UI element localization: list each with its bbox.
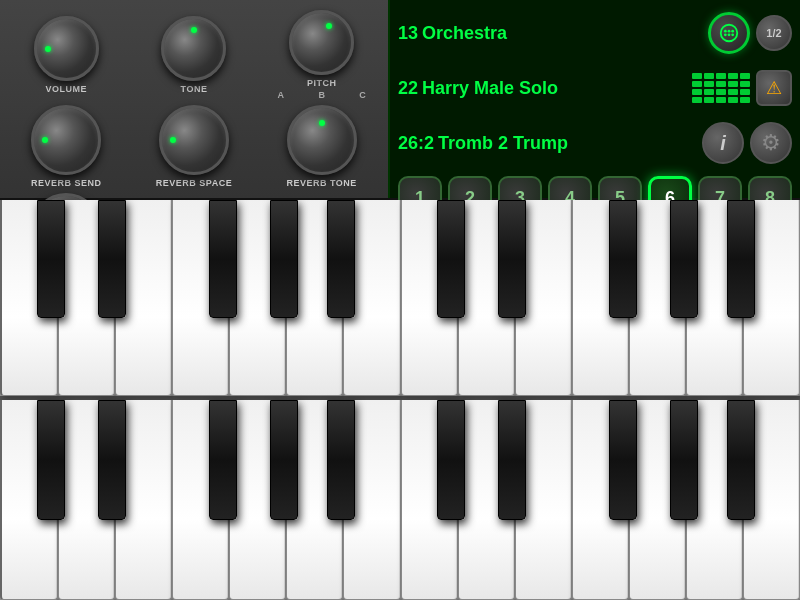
info-panel: 13Orchestra 1/2 bbox=[388, 0, 800, 198]
knob-container-reverb-send: REVERB SEND bbox=[5, 105, 128, 188]
knob-container-tone: TONE bbox=[133, 10, 256, 100]
reverb-space-label: REVERB SPACE bbox=[156, 178, 232, 188]
pitch-label: PITCH bbox=[307, 78, 337, 88]
warning-button[interactable]: ⚠ bbox=[756, 70, 792, 106]
reverb-send-knob[interactable] bbox=[31, 105, 101, 175]
black-key[interactable] bbox=[209, 400, 237, 520]
knob-container-volume: VOLUME bbox=[5, 10, 128, 100]
green-grid-icon bbox=[692, 73, 750, 103]
a-label: A bbox=[278, 90, 285, 100]
reverb-send-label: REVERB SEND bbox=[31, 178, 102, 188]
black-key[interactable] bbox=[437, 400, 465, 520]
info-button[interactable]: i bbox=[702, 122, 744, 164]
black-key[interactable] bbox=[498, 400, 526, 520]
svg-point-6 bbox=[731, 33, 734, 36]
reverb-tone-knob[interactable] bbox=[287, 105, 357, 175]
b-label: B bbox=[318, 90, 325, 100]
svg-point-2 bbox=[728, 30, 731, 33]
svg-point-4 bbox=[724, 33, 727, 36]
reverb-space-knob[interactable] bbox=[159, 105, 229, 175]
black-key[interactable] bbox=[609, 400, 637, 520]
svg-point-1 bbox=[724, 30, 727, 33]
knob-container-pitch: PITCH A B C bbox=[260, 10, 383, 100]
knob-container-reverb-space: REVERB SPACE bbox=[133, 105, 256, 188]
pitch-knob[interactable] bbox=[289, 10, 354, 75]
svg-point-5 bbox=[728, 33, 731, 36]
black-key[interactable] bbox=[37, 400, 65, 520]
preset-row-3: 26:2Tromb 2 Trump i ⚙ bbox=[398, 118, 792, 168]
preset-1-name[interactable]: 13Orchestra bbox=[398, 23, 700, 44]
preset-row-2: 22Harry Male Solo ⚠ bbox=[398, 66, 792, 110]
black-key[interactable] bbox=[98, 200, 126, 318]
black-key[interactable] bbox=[37, 200, 65, 318]
volume-knob[interactable] bbox=[34, 16, 99, 81]
knob-container-reverb-tone: REVERB TONE bbox=[260, 105, 383, 188]
piano-row-top bbox=[0, 200, 800, 400]
preset-1-title: Orchestra bbox=[422, 23, 507, 43]
black-key[interactable] bbox=[327, 200, 355, 318]
black-key[interactable] bbox=[727, 200, 755, 318]
black-key[interactable] bbox=[270, 400, 298, 520]
preset-2-title: Harry Male Solo bbox=[422, 78, 558, 98]
tone-knob[interactable] bbox=[161, 16, 226, 81]
black-key[interactable] bbox=[498, 200, 526, 318]
abc-labels: A B C bbox=[260, 90, 383, 100]
svg-point-3 bbox=[731, 30, 734, 33]
black-key[interactable] bbox=[609, 200, 637, 318]
piano-section bbox=[0, 200, 800, 600]
preset-3-title: Tromb 2 Trump bbox=[438, 133, 568, 153]
preset-3-number: 26:2 bbox=[398, 133, 434, 153]
gear-button[interactable]: ⚙ bbox=[750, 122, 792, 164]
volume-label: VOLUME bbox=[46, 84, 88, 94]
preset-2-number: 22 bbox=[398, 78, 418, 98]
svg-point-0 bbox=[721, 25, 738, 42]
black-key[interactable] bbox=[437, 200, 465, 318]
black-key[interactable] bbox=[98, 400, 126, 520]
app-container: VOLUME TONE PITCH A B C bbox=[0, 0, 800, 600]
black-key[interactable] bbox=[670, 400, 698, 520]
preset-3-name[interactable]: 26:2Tromb 2 Trump bbox=[398, 133, 694, 154]
half-button[interactable]: 1/2 bbox=[756, 15, 792, 51]
preset-icon-button[interactable] bbox=[708, 12, 750, 54]
top-section: VOLUME TONE PITCH A B C bbox=[0, 0, 800, 200]
preset-2-name[interactable]: 22Harry Male Solo bbox=[398, 78, 684, 99]
preset-1-number: 13 bbox=[398, 23, 418, 43]
c-label: C bbox=[359, 90, 366, 100]
black-key[interactable] bbox=[327, 400, 355, 520]
black-key[interactable] bbox=[270, 200, 298, 318]
piano-row-bottom bbox=[0, 400, 800, 600]
black-key[interactable] bbox=[209, 200, 237, 318]
preset-row-1: 13Orchestra 1/2 bbox=[398, 8, 792, 58]
black-key[interactable] bbox=[670, 200, 698, 318]
tone-label: TONE bbox=[181, 84, 208, 94]
reverb-tone-label: REVERB TONE bbox=[286, 178, 356, 188]
knobs-panel: VOLUME TONE PITCH A B C bbox=[0, 0, 388, 198]
black-key[interactable] bbox=[727, 400, 755, 520]
